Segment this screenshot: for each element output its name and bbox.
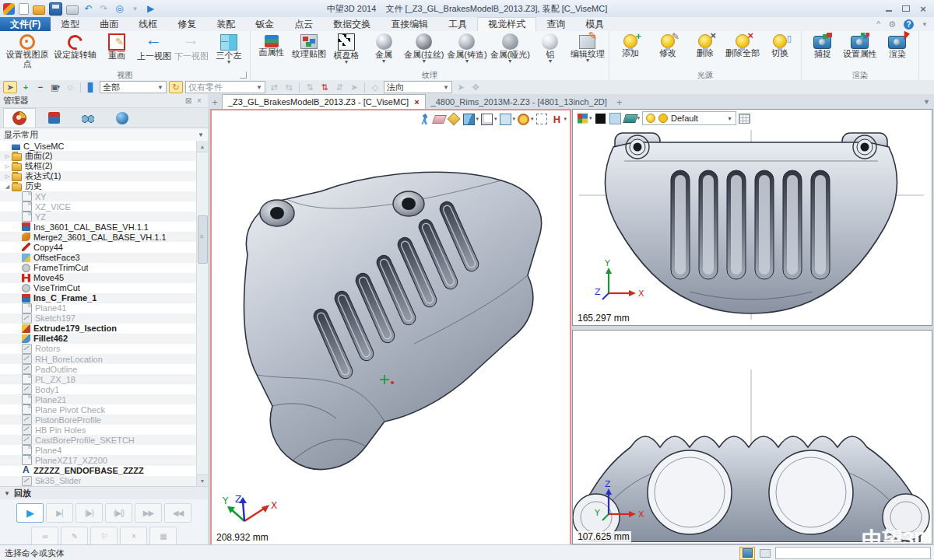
playback-header[interactable]: ▼ 回放: [0, 486, 212, 500]
cursor-pick-icon[interactable]: ➤: [455, 82, 467, 93]
section-view-icon[interactable]: H: [550, 113, 563, 125]
menu-tab-shape[interactable]: 造型: [51, 17, 90, 31]
ribbon-button-three-views[interactable]: 三个左▾: [210, 32, 248, 65]
pick-lasso-icon[interactable]: ◌: [64, 82, 76, 93]
expand-icon[interactable]: ▷: [3, 163, 12, 170]
ribbon-button-view-origin[interactable]: 设置视图原点: [2, 32, 52, 69]
scope-filter-combo[interactable]: 仅有零件▼: [185, 81, 265, 93]
tree-item[interactable]: Sk35_Slider: [0, 476, 197, 486]
save-icon[interactable]: [49, 2, 62, 16]
ribbon-button-sphere-cast[interactable]: 金属(铸造)▾: [445, 32, 488, 65]
menu-tab-file[interactable]: 文件(F): [0, 17, 51, 31]
playback-skip-button[interactable]: ⚐: [90, 527, 118, 546]
tree-item[interactable]: PlaneXZ17_XZ200: [0, 455, 197, 465]
grab-icon[interactable]: ✥: [469, 82, 482, 93]
unlink-icon[interactable]: ⇄: [268, 82, 280, 93]
tree-item[interactable]: PadOutline: [0, 364, 197, 374]
playback-play-loop-button[interactable]: (▶): [75, 503, 103, 523]
menu-tab-inquire[interactable]: 查询: [536, 17, 575, 31]
print-icon[interactable]: [66, 5, 79, 15]
tab-overflow-icon[interactable]: ▼: [923, 98, 930, 106]
zoom-extents-icon[interactable]: [536, 114, 547, 124]
pick-box-icon[interactable]: ▣▾: [49, 82, 61, 93]
entity-filter-combo[interactable]: 全部▼: [100, 81, 167, 93]
document-tab-active[interactable]: _Z3_GL_BrakesModelB_2013.Z3 - [C_ViseMC]…: [222, 94, 426, 109]
ribbon-button-sphere-metal[interactable]: 金属▾: [365, 32, 402, 65]
manager-pin-icon[interactable]: ⊠: [183, 96, 194, 105]
tree-item[interactable]: Plane21: [0, 394, 197, 404]
tree-item[interactable]: Rotors: [0, 344, 197, 354]
palette-icon[interactable]: [578, 114, 588, 124]
tree-item[interactable]: Merge2_3601_CAL_BASE_VH.1.1: [0, 232, 197, 242]
manager-tab-visibility[interactable]: [72, 108, 104, 128]
playback-regen-curve-button[interactable]: ∞: [31, 527, 58, 546]
blue-swatch-icon[interactable]: [609, 113, 621, 124]
menu-tab-surface[interactable]: 曲面: [90, 17, 128, 31]
new-tab-button[interactable]: +: [208, 96, 222, 109]
tree-item[interactable]: PistonBoreProfile: [0, 415, 197, 425]
wireframe-mode-icon[interactable]: [481, 114, 493, 125]
redo-icon[interactable]: ↷: [98, 3, 110, 15]
tree-item[interactable]: ▷表达式(1): [0, 171, 197, 181]
ribbon-button-light-add[interactable]: 添加: [612, 32, 649, 58]
ribbon-button-light-toggle[interactable]: 切换: [761, 32, 799, 58]
playback-screen-button[interactable]: ▦: [149, 527, 177, 546]
scroll-thumb[interactable]: [198, 215, 208, 264]
tree-item[interactable]: XZ_VICE: [0, 201, 197, 212]
normal-combo[interactable]: 法向▼: [384, 81, 452, 93]
pick-filter-icon[interactable]: ➤: [3, 81, 17, 93]
open-file-icon[interactable]: [33, 5, 45, 15]
tree-item[interactable]: Ins_C_Frame_1: [0, 293, 197, 303]
manager-tab-history[interactable]: [3, 108, 36, 128]
ribbon-button-rotation-axis[interactable]: 设定旋转轴: [52, 32, 98, 60]
qat-dropdown-icon[interactable]: ▼: [129, 3, 141, 15]
tree-item[interactable]: ViseTrimCut: [0, 283, 197, 293]
tree-item[interactable]: ▷线框(2): [0, 161, 197, 171]
menu-tab-point-cloud[interactable]: 点云: [284, 17, 323, 31]
ribbon-button-sphere-matte[interactable]: 金属(哑光)▾: [489, 32, 532, 65]
add-selection-icon[interactable]: +: [19, 82, 32, 93]
ribbon-button-cam-props[interactable]: 设置属性: [841, 32, 879, 59]
manager-tab-assembly[interactable]: [37, 108, 70, 128]
ribbon-button-sphere-alu[interactable]: 铝▾: [532, 32, 569, 65]
dialog-launcher-icon[interactable]: [240, 72, 247, 79]
playback-edit-button[interactable]: ✎: [61, 527, 88, 546]
appearance-icon[interactable]: [518, 114, 529, 125]
settings-gear-icon[interactable]: ⚙: [888, 19, 896, 30]
collapse-icon[interactable]: ◢: [3, 184, 12, 190]
tree-item[interactable]: HB Pin Holes: [0, 425, 197, 435]
restore-button[interactable]: [898, 3, 914, 14]
play-macro-icon[interactable]: ▶: [145, 3, 156, 15]
tree-item[interactable]: YZ: [0, 212, 197, 222]
tree-item[interactable]: Ins_3601_CAL_BASE_VH.1.1: [0, 222, 197, 232]
ribbon-button-sphere-brushed[interactable]: 金属(拉丝)▾: [402, 32, 445, 65]
menu-tab-tools[interactable]: 工具: [438, 17, 477, 31]
help-icon[interactable]: ?: [904, 19, 914, 30]
tree-item[interactable]: Plane Pivot Check: [0, 404, 197, 415]
expand-icon[interactable]: ▷: [3, 173, 12, 180]
ribbon-button-light-delete[interactable]: 删除: [686, 32, 724, 58]
tree-item[interactable]: C_ViseMC: [0, 141, 197, 151]
ribbon-button-redraw[interactable]: 重画: [98, 32, 135, 61]
menu-tab-sheet-metal[interactable]: 钣金: [245, 17, 284, 31]
ribbon-button-texture-map[interactable]: 纹理贴图: [290, 32, 328, 59]
table-grid-icon[interactable]: [739, 114, 750, 124]
scroll-up-icon[interactable]: ▲: [197, 141, 208, 152]
viewport-front[interactable]: ▾ ▾ Default ▼: [572, 109, 932, 326]
tree-item[interactable]: Copy44: [0, 242, 197, 252]
playback-play-button[interactable]: ▶: [16, 503, 44, 523]
tree-item[interactable]: RH_BoreLocation: [0, 354, 197, 364]
quick-render-icon[interactable]: [448, 113, 461, 126]
tree-item[interactable]: ZZZZZ_ENDOFBASE_ZZZZ: [0, 466, 197, 476]
scroll-down-icon[interactable]: ▼: [197, 474, 208, 486]
minimize-button[interactable]: [881, 3, 897, 14]
tree-item[interactable]: ▷曲面(2): [0, 151, 197, 161]
menu-tab-visual-style[interactable]: 视觉样式: [477, 17, 536, 31]
background-icon[interactable]: [500, 114, 511, 125]
refresh-filter-icon[interactable]: ↻: [169, 81, 183, 93]
black-swatch-icon[interactable]: [595, 114, 606, 124]
document-tab-second[interactable]: _4800_Rims_2013M-2.Z3 - [4801_13inch_2D]: [426, 95, 613, 109]
shaded-mode-icon[interactable]: [463, 114, 475, 125]
render-style-combo[interactable]: Default ▼: [642, 111, 736, 125]
playback-play-to-end-button[interactable]: ▶|: [46, 503, 73, 523]
